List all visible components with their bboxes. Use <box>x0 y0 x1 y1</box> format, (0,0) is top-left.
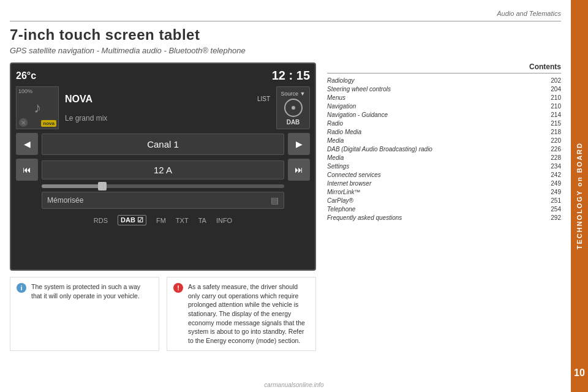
contents-row-page: 204 <box>551 86 561 92</box>
progress-area <box>16 184 310 188</box>
contents-row-label: Radio Media <box>327 129 361 135</box>
page-title: 7-inch touch screen tablet <box>10 26 561 43</box>
prev-channel-button[interactable]: ◀ <box>16 133 38 155</box>
dab-item[interactable]: DAB ☑ <box>118 215 146 225</box>
info-icon: i <box>17 283 26 293</box>
contents-row-page: 226 <box>551 146 561 153</box>
contents-row: Steering wheel controls 204 <box>327 85 561 93</box>
track-row: ⏮ 12 A ⏭ <box>16 159 310 181</box>
contents-list: Radiology 202 Steering wheel controls 20… <box>327 76 561 222</box>
contents-row-page: 214 <box>551 111 561 118</box>
contents-row-label: Internet browser <box>327 180 371 187</box>
ta-item[interactable]: TA <box>198 217 206 224</box>
txt-item[interactable]: TXT <box>176 217 189 224</box>
memorise-row: Mémorisée ▤ <box>16 192 310 209</box>
contents-row-label: Connected services <box>327 172 381 178</box>
contents-row: Navigation 210 <box>327 102 561 110</box>
progress-thumb[interactable] <box>98 182 107 190</box>
sidebar-label: TECHNOLOGY on BOARD <box>576 142 583 249</box>
dab-circle <box>284 99 303 117</box>
contents-title: Contents <box>327 62 561 74</box>
contents-row: Telephone 254 <box>327 205 561 213</box>
source-dab[interactable]: Source ▼ DAB <box>276 86 310 129</box>
contents-row: Radio Media 218 <box>327 127 561 136</box>
source-label: Source ▼ <box>281 91 306 97</box>
fm-item[interactable]: FM <box>156 217 166 224</box>
nova-badge: nova <box>41 120 56 127</box>
info-note: i The system is protected in such a way … <box>10 277 159 351</box>
notes-area: i The system is protected in such a way … <box>10 277 316 351</box>
channel-display: Canal 1 <box>42 134 284 155</box>
screen-temperature: 26°c <box>16 70 36 81</box>
contents-row: Radiology 202 <box>327 76 561 85</box>
contents-row: Media 228 <box>327 153 561 162</box>
contents-row-label: Navigation - Guidance <box>327 111 388 118</box>
memorise-display: Mémorisée ▤ <box>42 192 284 209</box>
contents-row-page: 254 <box>551 206 561 213</box>
contents-row-label: Radiology <box>327 77 354 84</box>
progress-bar[interactable] <box>42 184 284 188</box>
contents-row-label: Settings <box>327 163 349 170</box>
contents-row-label: Frequently asked questions <box>327 214 402 221</box>
contents-row: Connected services 242 <box>327 170 561 179</box>
station-sub: Le grand mix <box>65 114 270 123</box>
next-track-button[interactable]: ⏭ <box>288 159 310 181</box>
contents-row: Navigation - Guidance 214 <box>327 110 561 119</box>
album-art: 100% ♪ ✕ nova <box>16 86 59 129</box>
memorise-label: Mémorisée <box>47 196 83 205</box>
info-note-text: The system is protected in such a way th… <box>31 282 153 300</box>
contents-row-page: 202 <box>551 77 561 84</box>
contents-row: Radio 215 <box>327 119 561 127</box>
contents-row-page: 210 <box>551 103 561 110</box>
warning-icon: ! <box>173 283 183 293</box>
contents-row-label: Steering wheel controls <box>327 86 391 92</box>
watermark: carmanualsonline.info <box>264 382 323 388</box>
contents-row-label: Media <box>327 137 344 144</box>
contents-row: CarPlay® 251 <box>327 196 561 205</box>
contents-row: Menus 210 <box>327 93 561 102</box>
close-icon[interactable]: ✕ <box>19 118 28 127</box>
contents-row-label: CarPlay® <box>327 197 353 204</box>
track-info: NOVA LIST Le grand mix <box>62 86 273 129</box>
contents-row-page: 215 <box>551 120 561 127</box>
contents-row-page: 292 <box>551 214 561 221</box>
station-name: NOVA <box>65 94 92 105</box>
contents-row-label: Media <box>327 154 344 161</box>
contents-row-page: 228 <box>551 154 561 161</box>
contents-row-page: 210 <box>551 94 561 101</box>
contents-row-page: 242 <box>551 172 561 178</box>
contents-row-label: Radio <box>327 120 343 127</box>
page-subtitle: GPS satellite navigation - Multimedia au… <box>10 46 561 55</box>
left-col: 26°c 12 : 15 100% ♪ ✕ nova NOVA <box>10 62 316 351</box>
contents-row: MirrorLink™ 249 <box>327 187 561 196</box>
screen-bottom-bar: RDS DAB ☑ FM TXT TA INFO <box>16 213 310 225</box>
contents-row-label: Telephone <box>327 206 355 213</box>
contents-row-label: Navigation <box>327 103 356 110</box>
contents-row-label: DAB (Digital Audio Broadcasting) radio <box>327 146 432 153</box>
screen-topbar: 26°c 12 : 15 <box>16 69 310 83</box>
contents-row: Frequently asked questions 292 <box>327 213 561 222</box>
album-percent: 100% <box>18 88 32 94</box>
car-screen: 26°c 12 : 15 100% ♪ ✕ nova NOVA <box>10 62 316 271</box>
next-channel-button[interactable]: ▶ <box>288 133 310 155</box>
warning-note: ! As a safety measure, the driver should… <box>167 277 316 351</box>
equalizer-icon: ▤ <box>271 195 279 205</box>
contents-row: DAB (Digital Audio Broadcasting) radio 2… <box>327 145 561 153</box>
right-sidebar: TECHNOLOGY on BOARD <box>571 0 588 392</box>
two-col-layout: 26°c 12 : 15 100% ♪ ✕ nova NOVA <box>10 62 561 351</box>
page-header: Audio and Telematics <box>10 7 561 21</box>
contents-row-page: 234 <box>551 163 561 170</box>
contents-row: Settings 234 <box>327 162 561 170</box>
music-icon: ♪ <box>34 99 41 116</box>
right-col: Contents Radiology 202 Steering wheel co… <box>327 62 561 351</box>
contents-row-page: 249 <box>551 189 561 195</box>
prev-track-button[interactable]: ⏮ <box>16 159 38 181</box>
rds-item[interactable]: RDS <box>94 217 108 224</box>
contents-row-page: 220 <box>551 137 561 144</box>
dab-label: DAB <box>287 119 300 126</box>
contents-row: Media 220 <box>327 136 561 145</box>
header-title: Audio and Telematics <box>497 10 561 17</box>
contents-row-label: MirrorLink™ <box>327 189 360 195</box>
info-item[interactable]: INFO <box>216 217 232 224</box>
list-button[interactable]: LIST <box>257 96 270 102</box>
